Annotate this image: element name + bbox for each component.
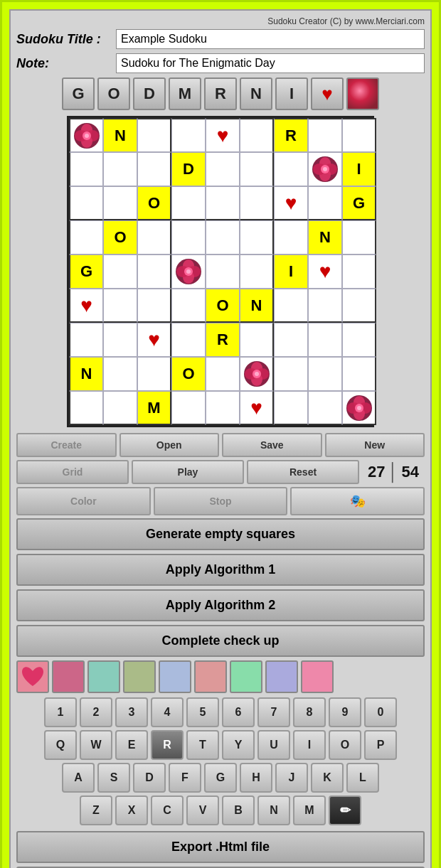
grid-cell[interactable] [240, 118, 274, 152]
grid-cell[interactable] [171, 118, 206, 152]
grid-cell[interactable] [342, 323, 376, 357]
grid-cell[interactable]: N [69, 357, 103, 391]
kb-key-w[interactable]: W [80, 730, 112, 760]
grid-cell[interactable] [137, 254, 171, 289]
grid-cell[interactable] [342, 254, 376, 289]
grid-cell[interactable]: N [103, 118, 137, 152]
grid-cell[interactable] [206, 357, 240, 391]
color-swatch-4[interactable] [159, 660, 191, 693]
kb-key-r[interactable]: R [151, 730, 184, 760]
kb-key-l[interactable]: L [346, 763, 379, 793]
sym-btn-O[interactable]: O [97, 77, 130, 110]
grid-cell[interactable]: ♥ [308, 254, 342, 289]
kb-key-z[interactable]: Z [80, 795, 112, 825]
kb-key-6[interactable]: 6 [222, 697, 255, 727]
grid-cell[interactable] [171, 323, 206, 357]
kb-key-g[interactable]: G [204, 763, 237, 793]
kb-key-2[interactable]: 2 [80, 697, 112, 727]
sym-btn-rose[interactable] [346, 77, 379, 110]
reset-button[interactable]: Reset [247, 460, 359, 484]
grid-cell[interactable]: N [308, 220, 342, 254]
kb-key-c[interactable]: C [151, 795, 184, 825]
grid-cell[interactable] [137, 357, 171, 391]
kb-key-a[interactable]: A [62, 763, 95, 793]
grid-cell[interactable] [103, 391, 137, 425]
kb-key-p[interactable]: P [364, 730, 397, 760]
grid-cell[interactable] [171, 254, 206, 289]
color-swatch-1[interactable] [52, 660, 85, 693]
kb-key-b[interactable]: B [222, 795, 255, 825]
grid-cell[interactable] [103, 254, 137, 289]
grid-cell[interactable] [308, 357, 342, 391]
grid-cell[interactable] [103, 186, 137, 220]
grid-cell[interactable] [103, 289, 137, 323]
kb-key-m[interactable]: M [293, 795, 326, 825]
grid-cell[interactable]: I [342, 152, 376, 186]
grid-button[interactable]: Grid [16, 460, 129, 484]
grid-cell[interactable] [171, 289, 206, 323]
grid-cell[interactable] [342, 118, 376, 152]
play-button[interactable]: Play [132, 460, 244, 484]
grid-cell[interactable] [206, 220, 240, 254]
grid-cell[interactable]: N [240, 289, 274, 323]
generate-button[interactable]: Generate empty squares [16, 518, 425, 550]
kb-key-k[interactable]: K [311, 763, 344, 793]
grid-cell[interactable] [69, 186, 103, 220]
kb-key-f[interactable]: F [169, 763, 201, 793]
sym-btn-I[interactable]: I [275, 77, 308, 110]
kb-key-q[interactable]: Q [44, 730, 77, 760]
grid-cell[interactable] [137, 118, 171, 152]
grid-cell[interactable]: ♥ [137, 323, 171, 357]
color-swatch-3[interactable] [123, 660, 156, 693]
kb-key-8[interactable]: 8 [293, 697, 326, 727]
color-swatch-7[interactable] [265, 660, 298, 693]
grid-cell[interactable] [274, 152, 308, 186]
kb-key-0[interactable]: 0 [364, 697, 397, 727]
grid-cell[interactable] [342, 391, 376, 425]
grid-cell[interactable] [69, 220, 103, 254]
export-html-button[interactable]: Export .Html file [16, 831, 425, 863]
color-swatch-6[interactable] [230, 660, 262, 693]
color-swatch-2[interactable] [87, 660, 120, 693]
sym-btn-G[interactable]: G [62, 77, 95, 110]
grid-cell[interactable]: R [274, 118, 308, 152]
grid-cell[interactable] [274, 323, 308, 357]
color-swatch-5[interactable] [194, 660, 227, 693]
grid-cell[interactable] [308, 118, 342, 152]
grid-cell[interactable] [69, 323, 103, 357]
kb-key-y[interactable]: Y [222, 730, 255, 760]
grid-cell[interactable] [137, 152, 171, 186]
grid-cell[interactable]: R [206, 323, 240, 357]
grid-cell[interactable] [274, 391, 308, 425]
kb-key-x[interactable]: X [115, 795, 148, 825]
grid-cell[interactable]: O [137, 186, 171, 220]
kb-key-t[interactable]: T [186, 730, 219, 760]
grid-cell[interactable]: O [206, 289, 240, 323]
grid-cell[interactable] [137, 289, 171, 323]
grid-cell[interactable] [308, 391, 342, 425]
kb-key-erase[interactable]: ✏ [329, 795, 361, 825]
kb-key-i[interactable]: I [293, 730, 326, 760]
grid-cell[interactable] [206, 391, 240, 425]
sym-btn-N[interactable]: N [240, 77, 272, 110]
kb-key-3[interactable]: 3 [115, 697, 148, 727]
grid-cell[interactable] [69, 152, 103, 186]
grid-cell[interactable] [240, 357, 274, 391]
kb-key-o[interactable]: O [329, 730, 361, 760]
mask-button[interactable]: 🎭 [290, 487, 425, 515]
grid-cell[interactable]: G [342, 186, 376, 220]
grid-cell[interactable] [240, 152, 274, 186]
kb-key-n[interactable]: N [257, 795, 290, 825]
grid-cell[interactable] [274, 289, 308, 323]
kb-key-j[interactable]: J [275, 763, 308, 793]
kb-key-7[interactable]: 7 [257, 697, 290, 727]
algo2-button[interactable]: Apply Algorithm 2 [16, 589, 425, 621]
grid-cell[interactable] [103, 357, 137, 391]
note-input[interactable] [116, 53, 425, 73]
grid-cell[interactable] [274, 357, 308, 391]
grid-cell[interactable] [240, 323, 274, 357]
kb-key-s[interactable]: S [97, 763, 130, 793]
grid-cell[interactable] [171, 391, 206, 425]
kb-key-u[interactable]: U [257, 730, 290, 760]
sym-btn-R[interactable]: R [204, 77, 237, 110]
